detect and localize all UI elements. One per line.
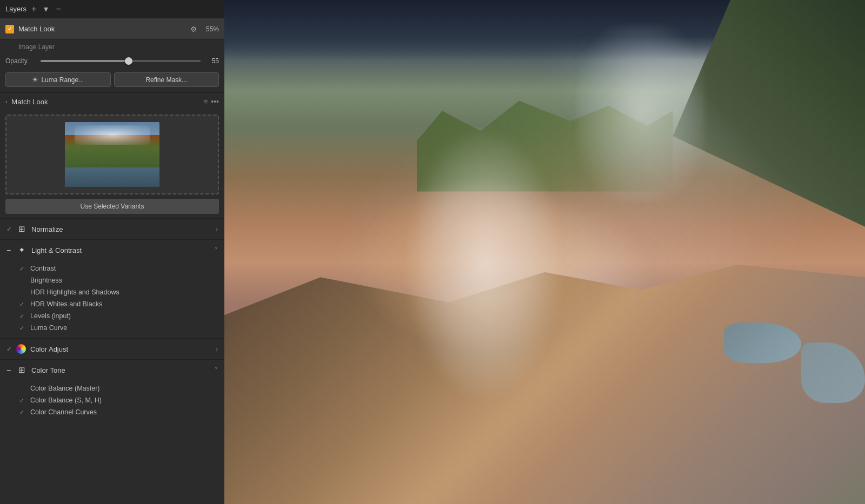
brightness-label: Brightness <box>30 277 62 284</box>
color-channel-curves-check-icon: ✓ <box>19 409 30 416</box>
light-contrast-title: Light & Contrast <box>31 246 215 254</box>
use-variants-button[interactable]: Use Selected Variants <box>5 199 219 214</box>
water-pool-1 <box>724 322 801 363</box>
match-look-section-title: Match Look <box>11 98 203 106</box>
color-tone-section: − ⊞ Color Tone ˅ Color Balance (Master) … <box>0 359 224 422</box>
color-tone-minus-icon: − <box>6 366 16 374</box>
light-contrast-minus-icon: − <box>6 246 16 254</box>
sub-item-hdr-highlights[interactable]: HDR Highlights and Shadows <box>19 286 224 298</box>
luma-range-button[interactable]: ☀ Luma Range... <box>5 72 111 87</box>
hdr-highlights-label: HDR Highlights and Shadows <box>30 288 119 296</box>
dots-icon[interactable]: ••• <box>211 97 219 106</box>
sub-item-color-balance-smh[interactable]: ✓ Color Balance (S, M, H) <box>19 394 224 406</box>
normalize-chevron-icon: › <box>216 226 218 232</box>
photo-panel <box>224 0 865 504</box>
layer-checkbox[interactable]: ✓ <box>5 25 14 33</box>
color-wheel-icon <box>16 344 26 354</box>
color-tone-content: Color Balance (Master) ✓ Color Balance (… <box>0 380 224 422</box>
thumb-water <box>65 167 159 187</box>
layer-percent: 55% <box>202 25 219 33</box>
color-balance-master-label: Color Balance (Master) <box>30 385 100 392</box>
levels-label: Levels (input) <box>30 312 71 320</box>
refine-mask-button[interactable]: Refine Mask... <box>114 72 219 87</box>
sub-item-color-balance-master[interactable]: Color Balance (Master) <box>19 382 224 394</box>
sub-item-contrast[interactable]: ✓ Contrast <box>19 263 224 274</box>
layer-name: Match Look <box>18 25 190 33</box>
color-tone-header[interactable]: − ⊞ Color Tone ˅ <box>0 360 224 380</box>
color-balance-smh-label: Color Balance (S, M, H) <box>30 397 102 404</box>
add-layer-button[interactable]: + <box>29 3 39 15</box>
steam-plume-2 <box>577 25 705 202</box>
opacity-label: Opacity <box>5 57 35 65</box>
color-adjust-chevron-icon: › <box>216 346 218 352</box>
terrain-layer <box>224 0 865 504</box>
normalize-check: ✓ <box>6 225 16 233</box>
steam-plume-1 <box>404 126 564 403</box>
left-panel: Layers + ▾ − ✓ Match Look ⚙ 55% Image La… <box>0 0 224 504</box>
match-look-section-header[interactable]: › Match Look ≡ ••• <box>0 93 224 110</box>
remove-layer-button[interactable]: − <box>53 3 63 15</box>
light-contrast-content: ✓ Contrast Brightness HDR Highlights and… <box>0 260 224 338</box>
layer-settings-icon[interactable]: ⚙ <box>190 25 197 33</box>
color-adjust-section[interactable]: ✓ Color Adjust › <box>0 338 224 359</box>
hdr-whites-check-icon: ✓ <box>19 301 30 308</box>
photo-background <box>224 0 865 504</box>
luma-curve-label: Luma Curve <box>30 324 67 332</box>
hdr-whites-label: HDR Whites and Blacks <box>30 300 102 308</box>
luma-icon: ☀ <box>32 76 38 84</box>
match-look-layer-row[interactable]: ✓ Match Look ⚙ 55% <box>0 18 224 40</box>
normalize-label: Normalize <box>31 225 216 233</box>
levels-check-icon: ✓ <box>19 313 30 320</box>
list-icon[interactable]: ≡ <box>203 97 208 106</box>
sub-item-color-channel-curves[interactable]: ✓ Color Channel Curves <box>19 406 224 418</box>
contrast-check-icon: ✓ <box>19 265 30 272</box>
light-contrast-header[interactable]: − ✦ Light & Contrast ˅ <box>0 240 224 260</box>
sub-item-hdr-whites[interactable]: ✓ HDR Whites and Blacks <box>19 298 224 310</box>
opacity-slider-fill <box>41 60 129 62</box>
color-tone-title: Color Tone <box>31 366 215 374</box>
mask-buttons-row: ☀ Luma Range... Refine Mask... <box>0 69 224 92</box>
collapse-arrow-icon: › <box>5 99 7 105</box>
opacity-value: 55 <box>206 57 219 65</box>
image-drop-zone[interactable] <box>5 115 219 194</box>
sub-item-brightness[interactable]: Brightness <box>19 274 224 286</box>
image-layer-label: Image Layer <box>0 40 224 53</box>
light-contrast-icon: ✦ <box>16 245 27 255</box>
opacity-slider[interactable] <box>41 60 201 62</box>
layers-header: Layers + ▾ − <box>0 0 224 18</box>
sub-item-luma-curve[interactable]: ✓ Luma Curve <box>19 322 224 334</box>
color-channel-curves-label: Color Channel Curves <box>30 408 97 416</box>
contrast-label: Contrast <box>30 265 56 272</box>
layers-menu-button[interactable]: ▾ <box>41 3 51 15</box>
light-contrast-chevron-icon: ˅ <box>215 247 218 254</box>
color-tone-chevron-icon: ˅ <box>215 367 218 374</box>
layers-title: Layers <box>5 5 26 13</box>
section-menu-icons[interactable]: ≡ ••• <box>203 97 219 106</box>
sub-item-levels[interactable]: ✓ Levels (input) <box>19 310 224 322</box>
color-adjust-label: Color Adjust <box>30 345 216 353</box>
light-contrast-section: − ✦ Light & Contrast ˅ ✓ Contrast Bright… <box>0 239 224 338</box>
color-tone-icon: ⊞ <box>16 365 27 375</box>
normalize-icon: ⊞ <box>16 224 27 234</box>
match-look-content: Use Selected Variants <box>0 110 224 218</box>
reference-thumbnail <box>65 122 159 187</box>
opacity-slider-thumb[interactable] <box>125 57 132 65</box>
color-balance-smh-check-icon: ✓ <box>19 397 30 404</box>
color-adjust-check-icon: ✓ <box>6 345 16 353</box>
normalize-section[interactable]: ✓ ⊞ Normalize › <box>0 218 224 239</box>
thumb-clouds <box>75 125 150 145</box>
opacity-row: Opacity 55 <box>0 53 224 69</box>
luma-curve-check-icon: ✓ <box>19 325 30 332</box>
